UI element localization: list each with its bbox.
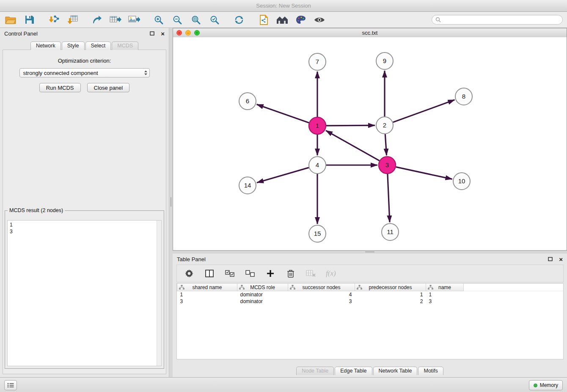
- edge-1-6[interactable]: [257, 105, 309, 123]
- control-panel-tab-select[interactable]: Select: [85, 41, 111, 50]
- node-9[interactable]: 9: [376, 52, 393, 69]
- mcds-result-title: MCDS result (2 nodes): [8, 207, 65, 213]
- control-panel-tab-style[interactable]: Style: [62, 41, 85, 50]
- node-11[interactable]: 11: [382, 224, 399, 240]
- window-zoom-icon[interactable]: +: [194, 30, 200, 36]
- node-1[interactable]: 1: [309, 117, 326, 134]
- edge-1-2[interactable]: [326, 125, 375, 126]
- export-network-icon[interactable]: [91, 14, 103, 26]
- search-box[interactable]: [432, 15, 563, 25]
- add-column-icon[interactable]: [264, 268, 277, 279]
- zoom-fit-icon[interactable]: [190, 14, 202, 26]
- cell-mcds-role: dominator: [237, 291, 288, 298]
- column-header-label: predecessor nodes: [369, 284, 412, 290]
- export-table-icon[interactable]: [109, 14, 122, 26]
- close-table-panel-icon[interactable]: ×: [559, 256, 563, 262]
- optimization-criterion-select[interactable]: strongly connected component: [19, 68, 150, 77]
- run-mcds-button[interactable]: Run MCDS: [39, 83, 81, 92]
- control-panel-tab-network[interactable]: Network: [30, 41, 61, 50]
- svg-text:11: 11: [387, 228, 394, 235]
- edge-3-1[interactable]: [326, 130, 380, 160]
- table-panel-tab-edge-table[interactable]: Edge Table: [335, 367, 372, 375]
- vertical-splitter[interactable]: [170, 28, 173, 378]
- cell-successor-nodes: 4: [288, 291, 355, 298]
- window-minimize-icon[interactable]: −: [185, 30, 191, 36]
- node-3[interactable]: 3: [379, 157, 396, 174]
- save-session-icon[interactable]: [23, 14, 36, 26]
- import-table-icon[interactable]: [66, 14, 79, 26]
- svg-text:15: 15: [314, 230, 321, 237]
- network-window-titlebar: × − + scc.txt: [173, 28, 567, 38]
- cell-filler: [464, 298, 564, 305]
- memory-button[interactable]: Memory: [529, 380, 563, 390]
- task-history-button[interactable]: [4, 380, 17, 390]
- refresh-layout-icon[interactable]: [233, 14, 245, 26]
- node-10[interactable]: 10: [453, 173, 470, 190]
- duplicate-network-icon[interactable]: [257, 14, 270, 26]
- cell-name: 1: [426, 291, 464, 298]
- gear-icon[interactable]: [183, 268, 195, 279]
- style-palette-icon[interactable]: [295, 14, 307, 26]
- float-table-panel-icon[interactable]: [548, 257, 553, 262]
- zoom-in-icon[interactable]: [152, 14, 165, 26]
- window-close-icon[interactable]: ×: [176, 30, 182, 36]
- zoom-selected-icon[interactable]: [208, 14, 221, 26]
- optimization-criterion-label: Optimization criterion:: [3, 58, 166, 64]
- node-2[interactable]: 2: [376, 117, 393, 134]
- zoom-out-icon[interactable]: [171, 14, 184, 26]
- columns-icon[interactable]: [203, 268, 216, 279]
- toolbar-group: [91, 14, 140, 26]
- cell-shared-name: 3: [177, 298, 237, 305]
- mcds-result-list: 13: [10, 221, 156, 365]
- select-all-icon[interactable]: [223, 268, 236, 279]
- node-8[interactable]: 8: [455, 88, 472, 105]
- column-header-predecessor-nodes[interactable]: predecessor nodes: [355, 284, 426, 291]
- network-window: × − + scc.txt 7968124314101511: [173, 28, 567, 251]
- column-header-filler: [464, 284, 564, 291]
- control-panel-tab-mcds[interactable]: MCDS: [112, 41, 138, 50]
- horizontal-splitter[interactable]: [173, 251, 567, 254]
- deselect-all-icon[interactable]: [244, 268, 256, 279]
- close-control-panel-icon[interactable]: ×: [161, 30, 165, 37]
- network-canvas[interactable]: 7968124314101511: [173, 37, 567, 250]
- export-image-icon[interactable]: [128, 14, 140, 26]
- toolbar-group: [257, 14, 326, 26]
- node-6[interactable]: 6: [239, 93, 256, 110]
- node-14[interactable]: 14: [239, 177, 256, 194]
- close-panel-button[interactable]: Close panel: [87, 83, 130, 92]
- eye-icon[interactable]: [313, 14, 326, 26]
- column-header-label: name: [438, 284, 451, 290]
- table-panel-tabs: Node TableEdge TableNetwork TableMotifs: [173, 367, 567, 375]
- column-header-mcds-role[interactable]: MCDS role: [237, 284, 288, 291]
- result-scrollbar[interactable]: [157, 221, 161, 366]
- edge-3-10[interactable]: [396, 167, 452, 179]
- column-header-successor-nodes[interactable]: successor nodes: [288, 284, 355, 291]
- column-header-name[interactable]: name: [426, 284, 464, 291]
- float-panel-icon[interactable]: [150, 31, 155, 36]
- import-network-icon[interactable]: [47, 14, 60, 26]
- memory-status-icon: [534, 384, 537, 387]
- column-header-shared-name[interactable]: shared name: [177, 284, 237, 291]
- combo-selected-value: strongly connected component: [23, 70, 98, 76]
- table-row[interactable]: 3dominator323: [177, 298, 564, 305]
- control-panel-title: Control Panel: [4, 30, 38, 37]
- node-4[interactable]: 4: [309, 157, 326, 174]
- open-session-icon[interactable]: [4, 14, 17, 26]
- edge-2-8[interactable]: [393, 100, 455, 122]
- node-15[interactable]: 15: [309, 225, 326, 242]
- network-graph[interactable]: 7968124314101511: [173, 37, 567, 250]
- delete-column-icon[interactable]: [284, 268, 297, 279]
- column-header-label: shared name: [192, 284, 222, 290]
- edge-3-11[interactable]: [388, 174, 390, 222]
- table-panel-tab-network-table[interactable]: Network Table: [373, 367, 418, 375]
- table-panel-tab-motifs[interactable]: Motifs: [418, 367, 443, 375]
- search-input[interactable]: [443, 17, 559, 23]
- table-row[interactable]: 1dominator411: [177, 291, 564, 298]
- table-panel-tab-node-table[interactable]: Node Table: [296, 367, 334, 375]
- search-icon: [435, 17, 441, 22]
- svg-text:1: 1: [316, 122, 319, 129]
- edge-4-14[interactable]: [257, 168, 309, 183]
- edge-2-3[interactable]: [385, 134, 386, 155]
- node-7[interactable]: 7: [309, 53, 326, 70]
- home-icon[interactable]: [276, 14, 289, 26]
